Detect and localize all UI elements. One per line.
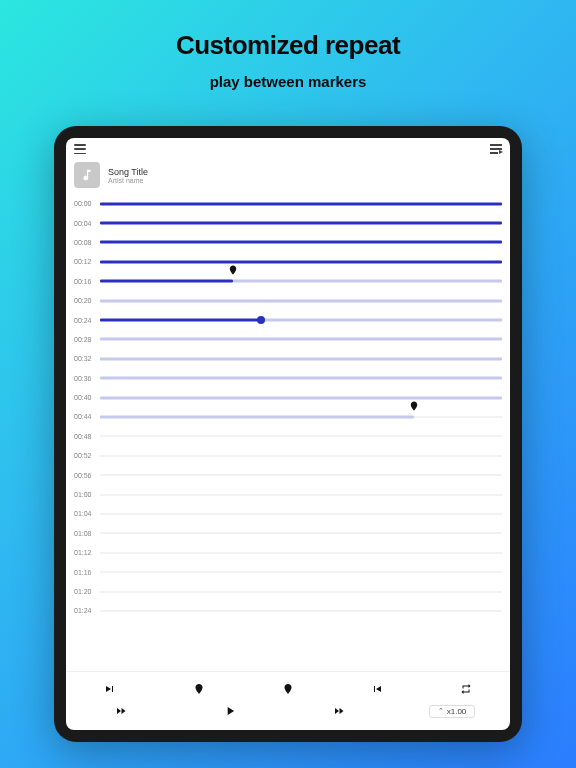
rewind-icon[interactable] xyxy=(101,705,141,717)
track[interactable] xyxy=(100,582,502,601)
track[interactable] xyxy=(100,233,502,252)
timeline-row[interactable]: 00:20 xyxy=(74,291,502,310)
loop-segment xyxy=(100,338,502,341)
timeline[interactable]: 00:0000:0400:0800:1200:1600:2000:2400:28… xyxy=(66,192,510,671)
track[interactable] xyxy=(100,388,502,407)
goto-end-icon[interactable] xyxy=(357,683,397,695)
timeline-row[interactable]: 01:12 xyxy=(74,543,502,562)
time-label: 00:12 xyxy=(74,258,100,265)
time-label: 00:04 xyxy=(74,220,100,227)
track[interactable] xyxy=(100,330,502,349)
time-label: 00:40 xyxy=(74,394,100,401)
timeline-row[interactable]: 00:36 xyxy=(74,369,502,388)
loop-segment xyxy=(100,415,414,418)
track-baseline xyxy=(100,513,502,514)
marker-pin-icon[interactable] xyxy=(408,399,419,417)
track[interactable] xyxy=(100,194,502,213)
track[interactable] xyxy=(100,252,502,271)
played-segment xyxy=(100,280,233,283)
repeat-icon[interactable] xyxy=(446,683,486,695)
timeline-row[interactable]: 00:04 xyxy=(74,213,502,232)
timeline-row[interactable]: 00:56 xyxy=(74,465,502,484)
time-label: 01:20 xyxy=(74,588,100,595)
track[interactable] xyxy=(100,407,502,426)
timeline-row[interactable]: 01:00 xyxy=(74,485,502,504)
hero-subtitle: play between markers xyxy=(210,73,367,90)
track[interactable] xyxy=(100,369,502,388)
timeline-row[interactable]: 00:08 xyxy=(74,233,502,252)
timeline-row[interactable]: 00:12 xyxy=(74,252,502,271)
timeline-row[interactable]: 01:08 xyxy=(74,524,502,543)
time-label: 01:12 xyxy=(74,549,100,556)
track-baseline xyxy=(100,610,502,611)
track[interactable] xyxy=(100,601,502,620)
hero-title: Customized repeat xyxy=(176,30,400,61)
speed-control[interactable]: ⌃ x1.00 xyxy=(429,705,476,718)
timeline-row[interactable]: 00:24 xyxy=(74,310,502,329)
fast-forward-icon[interactable] xyxy=(319,705,359,717)
played-segment xyxy=(100,260,502,263)
track[interactable] xyxy=(100,272,502,291)
top-bar xyxy=(66,138,510,160)
timeline-row[interactable]: 00:48 xyxy=(74,427,502,446)
timeline-row[interactable]: 01:16 xyxy=(74,562,502,581)
time-label: 00:16 xyxy=(74,278,100,285)
track-baseline xyxy=(100,436,502,437)
controls: ⌃ x1.00 xyxy=(66,671,510,730)
loop-segment xyxy=(100,357,502,360)
track-baseline xyxy=(100,572,502,573)
time-label: 00:36 xyxy=(74,375,100,382)
time-label: 01:00 xyxy=(74,491,100,498)
loop-segment xyxy=(100,377,502,380)
time-label: 00:00 xyxy=(74,200,100,207)
track[interactable] xyxy=(100,446,502,465)
track-baseline xyxy=(100,552,502,553)
menu-icon[interactable] xyxy=(74,144,86,154)
track[interactable] xyxy=(100,524,502,543)
time-label: 01:04 xyxy=(74,510,100,517)
timeline-row[interactable]: 01:04 xyxy=(74,504,502,523)
time-label: 00:08 xyxy=(74,239,100,246)
marker-pin-icon[interactable] xyxy=(227,263,238,281)
timeline-row[interactable]: 00:44 xyxy=(74,407,502,426)
promo-background: Customized repeat play between markers xyxy=(0,0,576,768)
timeline-row[interactable]: 00:52 xyxy=(74,446,502,465)
playlist-icon[interactable] xyxy=(490,144,502,154)
track-baseline xyxy=(100,533,502,534)
track[interactable] xyxy=(100,310,502,329)
time-label: 00:48 xyxy=(74,433,100,440)
time-label: 01:24 xyxy=(74,607,100,614)
timeline-row[interactable]: 00:16 xyxy=(74,272,502,291)
song-text: Song Title Artist name xyxy=(108,167,148,184)
track[interactable] xyxy=(100,485,502,504)
time-label: 01:08 xyxy=(74,530,100,537)
track[interactable] xyxy=(100,213,502,232)
timeline-row[interactable]: 00:28 xyxy=(74,330,502,349)
track[interactable] xyxy=(100,504,502,523)
track[interactable] xyxy=(100,465,502,484)
goto-start-icon[interactable] xyxy=(90,683,130,695)
time-label: 00:20 xyxy=(74,297,100,304)
timeline-row[interactable]: 00:32 xyxy=(74,349,502,368)
chevron-up-icon: ⌃ xyxy=(438,707,444,715)
timeline-row[interactable]: 00:40 xyxy=(74,388,502,407)
track-baseline xyxy=(100,455,502,456)
play-icon[interactable] xyxy=(210,704,250,718)
playhead[interactable] xyxy=(257,316,265,324)
timeline-row[interactable]: 01:24 xyxy=(74,601,502,620)
track[interactable] xyxy=(100,427,502,446)
time-label: 00:56 xyxy=(74,472,100,479)
loop-segment xyxy=(233,280,502,283)
track[interactable] xyxy=(100,349,502,368)
set-marker-a-icon[interactable] xyxy=(179,682,219,696)
track-baseline xyxy=(100,475,502,476)
track[interactable] xyxy=(100,543,502,562)
speed-value: x1.00 xyxy=(447,707,467,716)
now-playing[interactable]: Song Title Artist name xyxy=(66,160,510,192)
time-label: 00:24 xyxy=(74,317,100,324)
track[interactable] xyxy=(100,562,502,581)
timeline-row[interactable]: 01:20 xyxy=(74,582,502,601)
timeline-row[interactable]: 00:00 xyxy=(74,194,502,213)
set-marker-b-icon[interactable] xyxy=(268,682,308,696)
track[interactable] xyxy=(100,291,502,310)
